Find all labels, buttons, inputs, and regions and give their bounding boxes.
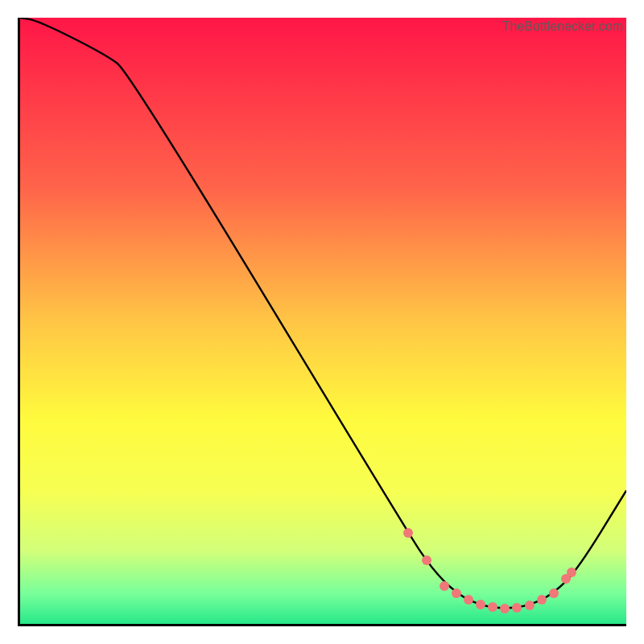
data-point <box>500 604 510 613</box>
data-point <box>440 581 449 591</box>
data-point <box>488 602 497 612</box>
data-point <box>476 600 485 609</box>
data-point <box>512 603 522 613</box>
plot-area: TheBottlenecker.com <box>18 18 626 626</box>
watermark-text: TheBottlenecker.com <box>502 19 623 34</box>
data-point <box>549 588 559 598</box>
data-point <box>537 595 547 605</box>
data-point <box>452 588 461 598</box>
data-points-layer <box>20 18 626 624</box>
data-point <box>567 568 576 577</box>
chart-container: TheBottlenecker.com <box>0 0 644 644</box>
data-point <box>464 595 473 605</box>
data-point <box>422 555 431 565</box>
data-point <box>403 528 413 538</box>
data-point <box>525 601 535 610</box>
